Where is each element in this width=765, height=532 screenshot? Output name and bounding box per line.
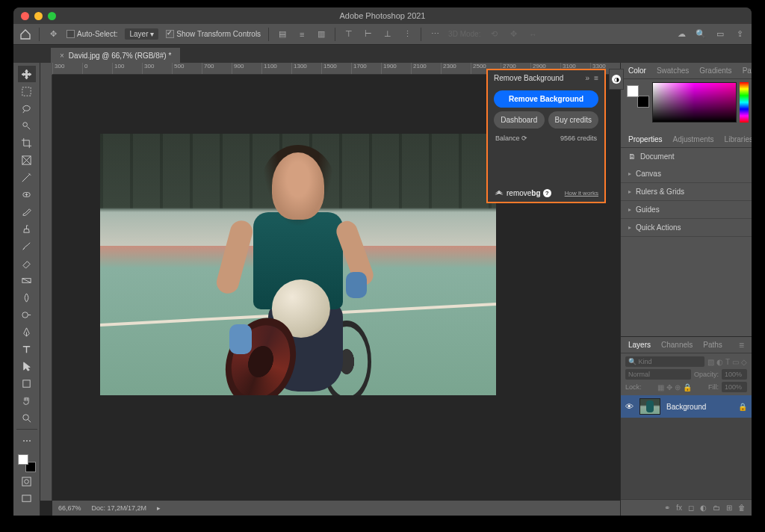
- section-guides[interactable]: ▸Guides: [621, 201, 752, 219]
- align-middle-icon[interactable]: ⊢: [362, 28, 374, 40]
- color-swatches[interactable]: [18, 454, 36, 472]
- auto-select-checkbox[interactable]: [66, 30, 75, 38]
- brush-tool[interactable]: [18, 203, 36, 220]
- workspace-icon[interactable]: ▭: [714, 28, 726, 40]
- filter-pixel-icon[interactable]: ▧: [707, 358, 714, 366]
- healing-brush-tool[interactable]: [18, 186, 36, 202]
- tab-properties[interactable]: Properties: [624, 132, 667, 146]
- layer-thumbnail[interactable]: [639, 398, 660, 415]
- path-select-tool[interactable]: [18, 358, 36, 374]
- eraser-tool[interactable]: [18, 255, 36, 271]
- tab-layers[interactable]: Layers: [624, 338, 655, 352]
- edit-toolbar-icon[interactable]: ⋯: [18, 433, 36, 449]
- document-tab[interactable]: × David.jpg @ 66,7% (RGB/8#) *: [51, 48, 180, 63]
- ruler-origin[interactable]: [40, 63, 52, 75]
- vertical-ruler[interactable]: [40, 75, 52, 501]
- align-top-icon[interactable]: ⊤: [343, 28, 355, 40]
- more-align-icon[interactable]: ⋯: [429, 28, 441, 40]
- adjustment-layer-icon[interactable]: ◐: [700, 504, 707, 512]
- lock-pixels-icon[interactable]: ▦: [657, 383, 664, 392]
- share-icon[interactable]: ⇪: [734, 28, 746, 40]
- history-brush-tool[interactable]: [18, 238, 36, 254]
- frame-tool[interactable]: [18, 152, 36, 168]
- foreground-color-swatch[interactable]: [18, 454, 28, 465]
- zoom-level[interactable]: 66,67%: [58, 504, 81, 512]
- align-right-icon[interactable]: ▥: [315, 28, 327, 40]
- close-window-button[interactable]: [21, 12, 29, 20]
- plugin-dock-icon[interactable]: ◑: [609, 69, 624, 90]
- dashboard-button[interactable]: Dashboard: [494, 111, 545, 129]
- layer-style-icon[interactable]: fx: [676, 504, 682, 512]
- quick-select-tool[interactable]: [18, 117, 36, 134]
- panel-menu-icon[interactable]: ≡: [594, 74, 598, 82]
- blur-tool[interactable]: [18, 289, 36, 306]
- lock-position-icon[interactable]: ✥: [666, 383, 672, 392]
- distribute-icon[interactable]: ⋮: [401, 28, 413, 40]
- eyedropper-tool[interactable]: [18, 169, 36, 185]
- move-tool[interactable]: [18, 66, 36, 82]
- blend-mode-dropdown[interactable]: Normal: [625, 369, 691, 380]
- color-panel-swatches[interactable]: [627, 85, 646, 105]
- align-center-h-icon[interactable]: ≡: [296, 28, 308, 40]
- lasso-tool[interactable]: [18, 100, 36, 117]
- status-caret[interactable]: ▸: [157, 504, 161, 512]
- delete-layer-icon[interactable]: 🗑: [738, 504, 746, 512]
- removebg-logo[interactable]: removebg ?: [494, 189, 551, 197]
- marquee-tool[interactable]: [18, 83, 36, 99]
- filter-type-icon[interactable]: T: [725, 358, 730, 366]
- cloud-docs-icon[interactable]: ☁: [675, 28, 687, 40]
- fullscreen-window-button[interactable]: [48, 12, 56, 20]
- search-icon[interactable]: 🔍: [695, 28, 707, 40]
- remove-background-button[interactable]: Remove Background: [494, 90, 598, 108]
- zoom-tool[interactable]: [18, 409, 36, 426]
- filter-adjust-icon[interactable]: ◐: [716, 358, 723, 366]
- tab-patterns[interactable]: Patterns: [738, 64, 752, 78]
- tab-libraries[interactable]: Libraries: [720, 132, 752, 146]
- info-icon[interactable]: ?: [543, 189, 551, 197]
- panel-menu-icon[interactable]: ≡: [734, 337, 749, 353]
- tab-swatches[interactable]: Swatches: [652, 64, 693, 78]
- layer-name[interactable]: Background: [666, 403, 706, 411]
- section-canvas[interactable]: ▸Canvas: [621, 165, 752, 183]
- dodge-tool[interactable]: [18, 306, 36, 323]
- filter-smart-icon[interactable]: ◇: [741, 358, 747, 366]
- show-transform-checkbox[interactable]: [166, 30, 174, 38]
- section-rulers-grids[interactable]: ▸Rulers & Grids: [621, 183, 752, 201]
- crop-tool[interactable]: [18, 134, 36, 151]
- refresh-icon[interactable]: ⟳: [521, 134, 527, 142]
- screen-mode-icon[interactable]: [18, 490, 36, 507]
- layer-row[interactable]: 👁 Background 🔒: [621, 395, 752, 418]
- document-canvas[interactable]: [100, 134, 496, 395]
- align-bottom-icon[interactable]: ⊥: [382, 28, 394, 40]
- doc-size[interactable]: Doc: 17,2M/17,2M: [92, 504, 147, 512]
- removebg-dock-icon[interactable]: ◑: [612, 75, 621, 84]
- visibility-toggle-icon[interactable]: 👁: [625, 402, 634, 411]
- lock-artboard-icon[interactable]: ⊕: [675, 383, 681, 392]
- lock-all-icon[interactable]: 🔒: [683, 383, 692, 392]
- close-tab-icon[interactable]: ×: [60, 52, 64, 60]
- hue-slider[interactable]: [740, 82, 749, 123]
- shape-tool[interactable]: [18, 375, 36, 392]
- how-it-works-link[interactable]: How it works: [565, 190, 598, 197]
- clone-stamp-tool[interactable]: [18, 220, 36, 237]
- fill-field[interactable]: 100%: [722, 382, 747, 392]
- collapse-icon[interactable]: »: [586, 74, 590, 82]
- layer-mask-icon[interactable]: ◻: [688, 504, 694, 512]
- opacity-field[interactable]: 100%: [722, 369, 747, 380]
- align-left-icon[interactable]: ▤: [276, 28, 288, 40]
- pen-tool[interactable]: [18, 324, 36, 340]
- quick-mask-icon[interactable]: [18, 473, 36, 489]
- layer-filter-kind[interactable]: 🔍 Kind: [625, 356, 704, 367]
- gradient-tool[interactable]: [18, 272, 36, 288]
- lock-icon[interactable]: 🔒: [738, 403, 747, 411]
- home-button[interactable]: [19, 28, 31, 40]
- auto-select-dropdown[interactable]: Layer ▾: [125, 28, 158, 40]
- link-layers-icon[interactable]: ⚭: [664, 504, 670, 512]
- tab-color[interactable]: Color: [624, 64, 651, 78]
- tab-gradients[interactable]: Gradients: [695, 64, 736, 78]
- color-field[interactable]: [652, 82, 737, 123]
- section-quick-actions[interactable]: ▸Quick Actions: [621, 219, 752, 237]
- minimize-window-button[interactable]: [34, 12, 43, 20]
- type-tool[interactable]: [18, 341, 36, 357]
- filter-shape-icon[interactable]: ▭: [732, 358, 739, 366]
